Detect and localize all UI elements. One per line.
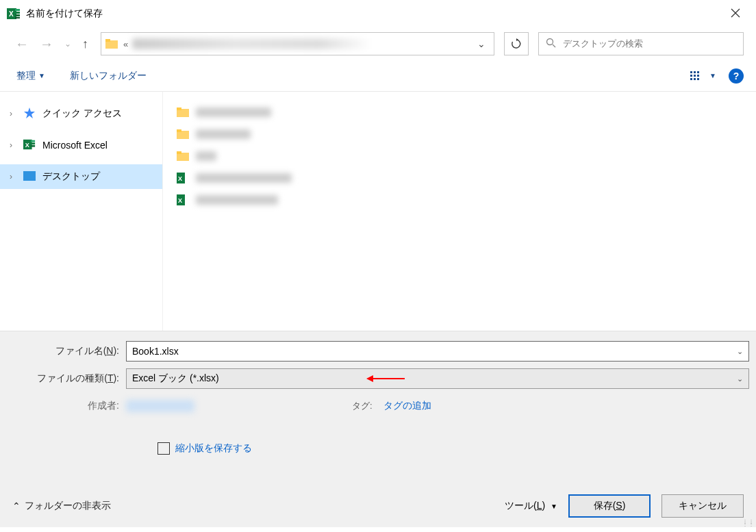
chevron-down-icon[interactable]: ⌄ bbox=[737, 375, 743, 383]
desktop-icon bbox=[23, 171, 36, 183]
filename-input[interactable]: Book1.xlsx ⌄ bbox=[126, 341, 749, 362]
chevron-up-icon: ⌃ bbox=[12, 501, 21, 511]
folder-icon bbox=[177, 151, 189, 161]
new-folder-button[interactable]: 新しいフォルダー bbox=[66, 67, 151, 85]
file-list: X X bbox=[163, 92, 756, 331]
list-item[interactable]: X bbox=[177, 168, 742, 188]
star-icon bbox=[23, 107, 36, 121]
filetype-value: Excel ブック (*.xlsx) bbox=[132, 372, 219, 385]
annotation-arrow-icon bbox=[366, 374, 405, 383]
history-chevron-icon[interactable]: ⌄ bbox=[62, 36, 74, 51]
list-item[interactable] bbox=[177, 125, 742, 144]
svg-rect-15 bbox=[694, 71, 696, 73]
resize-grip-icon[interactable]: ⋮⋮⋮⋮ bbox=[742, 520, 755, 526]
cancel-label: キャンセル bbox=[679, 500, 727, 512]
filename-label: ファイル名(N): bbox=[7, 345, 126, 357]
svg-rect-16 bbox=[694, 75, 696, 77]
hide-folder-toggle[interactable]: ⌃ フォルダーの非表示 bbox=[12, 500, 111, 512]
excel-file-icon: X bbox=[177, 172, 189, 184]
organize-button[interactable]: 整理 ▼ bbox=[12, 67, 49, 85]
cancel-button[interactable]: キャンセル bbox=[662, 494, 744, 518]
folder-icon bbox=[177, 129, 189, 139]
filetype-label: ファイルの種類(T): bbox=[7, 372, 126, 385]
tools-dropdown[interactable]: ツール(L) ▼ bbox=[505, 500, 557, 512]
svg-rect-20 bbox=[697, 78, 699, 80]
svg-text:X: X bbox=[178, 175, 182, 182]
svg-text:X: X bbox=[178, 197, 182, 204]
search-placeholder: デスクトップの検索 bbox=[563, 38, 643, 50]
svg-text:X: X bbox=[25, 141, 29, 148]
sidebar-item-desktop[interactable]: › デスクトップ bbox=[0, 164, 162, 189]
chevron-down-icon[interactable]: ⌄ bbox=[477, 38, 486, 49]
filename-row: ファイル名(N): Book1.xlsx ⌄ bbox=[7, 341, 749, 362]
blurred-text bbox=[196, 173, 292, 183]
forward-button[interactable]: → bbox=[37, 34, 56, 55]
excel-app-icon: X bbox=[7, 7, 21, 21]
svg-rect-24 bbox=[31, 140, 35, 142]
refresh-button[interactable] bbox=[504, 32, 529, 55]
sidebar-label: クイック アクセス bbox=[42, 107, 122, 120]
svg-point-10 bbox=[547, 39, 553, 45]
svg-rect-14 bbox=[690, 78, 692, 80]
titlebar: X 名前を付けて保存 bbox=[0, 0, 756, 27]
close-button[interactable] bbox=[722, 7, 749, 21]
author-label: 作成者: bbox=[7, 400, 126, 412]
chevron-down-icon[interactable]: ⌄ bbox=[737, 347, 743, 356]
sidebar-label: デスクトップ bbox=[42, 170, 100, 183]
excel-icon: X bbox=[23, 138, 36, 153]
blurred-text bbox=[196, 129, 251, 139]
list-item[interactable] bbox=[177, 103, 742, 122]
chevron-right-icon: › bbox=[10, 140, 16, 150]
caret-down-icon: ▼ bbox=[551, 503, 557, 510]
svg-marker-39 bbox=[366, 375, 373, 382]
svg-rect-29 bbox=[177, 107, 181, 110]
chevron-right-icon: › bbox=[10, 172, 16, 181]
meta-row: 作成者: タグ: タグの追加 bbox=[7, 400, 749, 412]
blurred-text bbox=[196, 151, 216, 161]
blurred-text bbox=[196, 195, 278, 205]
list-item[interactable]: X bbox=[177, 190, 742, 210]
up-button[interactable]: ↑ bbox=[79, 34, 91, 54]
search-input[interactable]: デスクトップの検索 bbox=[538, 32, 744, 55]
thumbnail-row: 縮小版を保存する bbox=[158, 442, 749, 455]
new-folder-label: 新しいフォルダー bbox=[70, 70, 147, 82]
folder-icon bbox=[177, 107, 189, 117]
svg-rect-3 bbox=[15, 12, 20, 14]
view-list-icon bbox=[690, 70, 705, 82]
filetype-select[interactable]: Excel ブック (*.xlsx) ⌄ bbox=[126, 368, 749, 389]
footer: ⌃ フォルダーの非表示 ツール(L) ▼ 保存(S) キャンセル bbox=[0, 494, 756, 518]
close-icon bbox=[731, 8, 740, 18]
window-title: 名前を付けて保存 bbox=[26, 8, 103, 20]
main-area: › クイック アクセス › X Microsoft Excel › デスクトップ bbox=[0, 92, 756, 331]
list-item[interactable] bbox=[177, 147, 742, 166]
svg-rect-33 bbox=[177, 151, 181, 154]
blurred-text bbox=[196, 107, 271, 117]
sidebar-item-excel[interactable]: › X Microsoft Excel bbox=[0, 133, 162, 157]
search-icon bbox=[546, 38, 556, 50]
back-button[interactable]: ← bbox=[12, 34, 32, 55]
view-mode-button[interactable]: ▼ bbox=[690, 70, 716, 82]
svg-rect-18 bbox=[697, 71, 699, 73]
svg-rect-19 bbox=[697, 75, 699, 77]
svg-marker-21 bbox=[24, 107, 35, 118]
nav-row: ← → ⌄ ↑ « ⌄ デスクトップの検索 bbox=[0, 27, 756, 60]
svg-rect-4 bbox=[15, 14, 20, 16]
tag-label: タグ: bbox=[352, 400, 373, 412]
sidebar: › クイック アクセス › X Microsoft Excel › デスクトップ bbox=[0, 92, 163, 331]
bottom-panel: ファイル名(N): Book1.xlsx ⌄ ファイルの種類(T): Excel… bbox=[0, 331, 756, 527]
svg-rect-26 bbox=[31, 144, 35, 147]
organize-label: 整理 bbox=[16, 70, 36, 82]
svg-rect-13 bbox=[690, 75, 692, 77]
thumbnail-checkbox[interactable] bbox=[158, 442, 170, 455]
help-button[interactable]: ? bbox=[729, 68, 744, 84]
address-bar[interactable]: « ⌄ bbox=[101, 32, 494, 55]
svg-rect-31 bbox=[177, 129, 181, 132]
save-button[interactable]: 保存(S) bbox=[568, 494, 651, 518]
svg-rect-12 bbox=[690, 71, 692, 73]
sidebar-item-quick-access[interactable]: › クイック アクセス bbox=[0, 101, 162, 126]
add-tag-link[interactable]: タグの追加 bbox=[383, 400, 431, 412]
refresh-icon bbox=[511, 38, 522, 49]
caret-down-icon: ▼ bbox=[38, 72, 45, 79]
svg-rect-9 bbox=[105, 39, 110, 42]
svg-rect-5 bbox=[15, 17, 20, 18]
